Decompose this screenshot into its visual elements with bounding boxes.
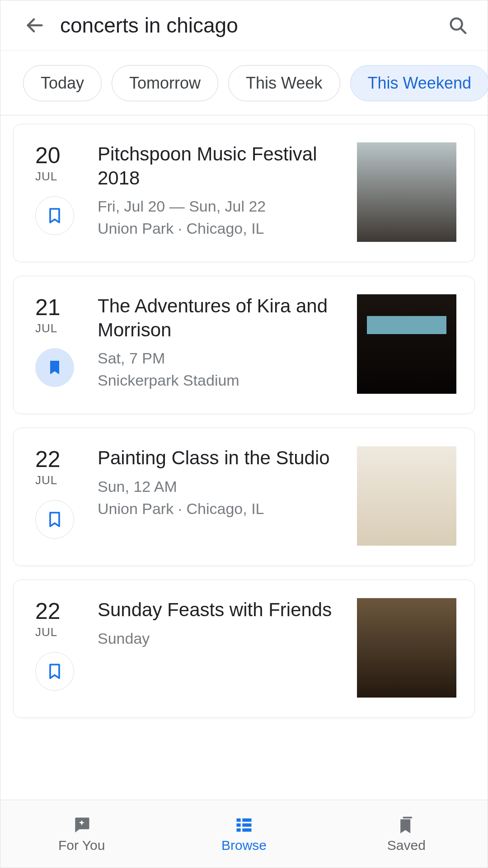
event-card[interactable]: 21 JUL The Adventures of Kira and Morris… (13, 276, 475, 414)
event-card[interactable]: 22 JUL Painting Class in the Studio Sun,… (13, 428, 475, 566)
event-location: Union Park · Chicago, IL (98, 217, 348, 240)
event-info: Pitchspoon Music Festival 2018 Fri, Jul … (98, 142, 357, 240)
filter-chip-tomorrow[interactable]: Tomorrow (112, 65, 218, 101)
svg-rect-8 (242, 828, 251, 831)
svg-rect-7 (236, 828, 240, 831)
event-day: 20 (35, 142, 61, 169)
event-day: 21 (35, 294, 61, 321)
event-datetime: Fri, Jul 20 — Sun, Jul 22 (98, 195, 348, 217)
event-date: 20 JUL (35, 142, 89, 235)
svg-rect-5 (236, 823, 240, 826)
svg-rect-3 (236, 818, 240, 821)
event-datetime: Sun, 12 AM (98, 476, 348, 498)
event-day: 22 (35, 598, 61, 624)
event-info: The Adventures of Kira and Morrison Sat,… (98, 294, 357, 392)
event-title: Painting Class in the Studio (98, 446, 348, 470)
event-month: JUL (35, 473, 57, 487)
bookmark-outline-icon (46, 207, 64, 225)
event-location: Union Park · Chicago, IL (98, 498, 348, 520)
filter-chip-this-weekend[interactable]: This Weekend (350, 65, 488, 101)
nav-label: For You (58, 838, 105, 853)
bookmark-button[interactable] (35, 500, 74, 539)
event-card[interactable]: 22 JUL Sunday Feasts with Friends Sunday (13, 580, 475, 718)
nav-label: Saved (387, 838, 426, 853)
app-root: concerts in chicago Today Tomorrow This … (0, 0, 488, 868)
svg-rect-6 (242, 823, 251, 826)
bookmark-filled-icon (46, 359, 64, 377)
event-date: 21 JUL (35, 294, 89, 387)
event-month: JUL (35, 321, 57, 335)
event-day: 22 (35, 446, 61, 472)
nav-label: Browse (221, 838, 267, 853)
sparkle-chat-icon (72, 815, 92, 835)
search-header: concerts in chicago (0, 0, 488, 51)
event-datetime: Sat, 7 PM (98, 347, 348, 369)
event-location: Snickerpark Stadium (98, 369, 348, 392)
event-title: Pitchspoon Music Festival 2018 (98, 142, 348, 190)
bookmark-outline-icon (46, 510, 64, 528)
nav-browse[interactable]: Browse (163, 800, 325, 868)
filter-chip-today[interactable]: Today (23, 65, 102, 101)
event-thumbnail (357, 598, 456, 698)
bookmark-button[interactable] (35, 196, 74, 235)
bookmark-button[interactable] (35, 348, 74, 387)
event-date: 22 JUL (35, 598, 89, 691)
bookmark-button[interactable] (35, 652, 74, 691)
back-button[interactable] (23, 14, 47, 37)
search-button[interactable] (446, 14, 469, 37)
svg-rect-4 (242, 818, 251, 821)
bookmark-outline-icon (46, 662, 64, 680)
search-icon (447, 15, 468, 36)
event-thumbnail (357, 294, 456, 394)
event-info: Sunday Feasts with Friends Sunday (98, 598, 357, 650)
event-title: The Adventures of Kira and Morrison (98, 294, 348, 342)
event-month: JUL (35, 625, 57, 639)
event-card[interactable]: 20 JUL Pitchspoon Music Festival 2018 Fr… (13, 124, 475, 262)
bottom-nav: For You Browse Saved (0, 800, 488, 868)
event-month: JUL (35, 170, 57, 184)
event-thumbnail (357, 142, 456, 242)
search-query-text[interactable]: concerts in chicago (60, 13, 446, 38)
list-icon (234, 815, 254, 835)
filter-chip-this-week[interactable]: This Week (228, 65, 340, 101)
event-title: Sunday Feasts with Friends (98, 598, 348, 622)
event-datetime: Sunday (98, 627, 348, 650)
nav-for-you[interactable]: For You (0, 800, 163, 868)
event-info: Painting Class in the Studio Sun, 12 AM … (98, 446, 357, 520)
svg-line-2 (460, 28, 465, 33)
event-list[interactable]: 20 JUL Pitchspoon Music Festival 2018 Fr… (0, 116, 488, 800)
nav-saved[interactable]: Saved (325, 800, 488, 868)
event-thumbnail (357, 446, 456, 546)
filter-chip-row: Today Tomorrow This Week This Weekend (0, 51, 488, 116)
arrow-left-icon (24, 15, 45, 36)
event-date: 22 JUL (35, 446, 89, 539)
bookmarks-icon (396, 815, 416, 835)
